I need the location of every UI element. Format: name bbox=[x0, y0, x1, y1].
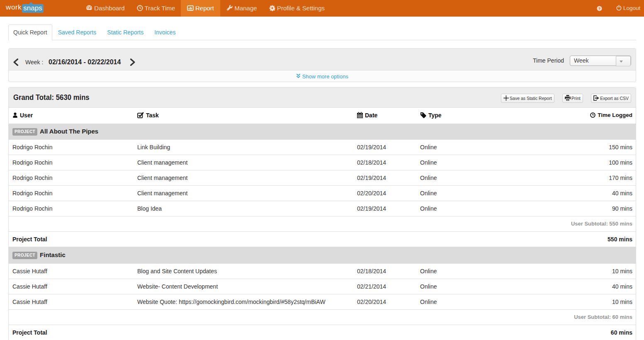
svg-text:?: ? bbox=[598, 7, 600, 11]
